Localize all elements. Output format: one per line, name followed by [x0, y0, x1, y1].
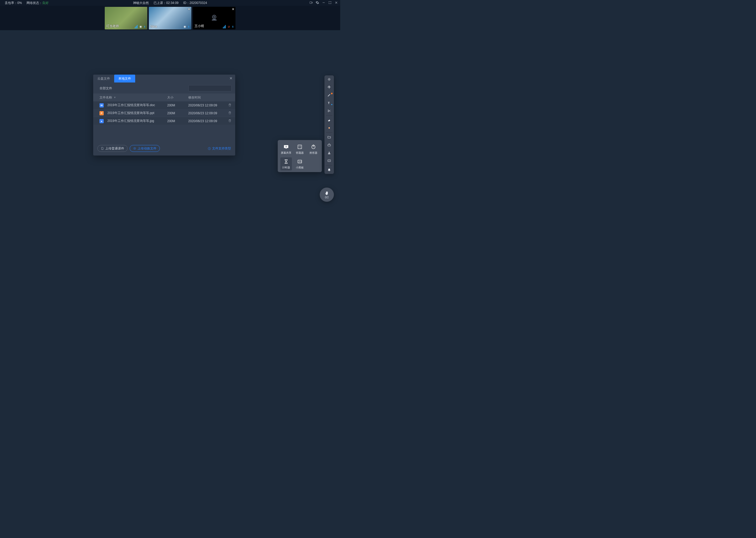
svg-text:2+3: 2+3 [299, 161, 301, 163]
svg-rect-0 [323, 2, 325, 3]
tool-screen-share[interactable]: 屏幕共享 [280, 143, 292, 156]
supported-types-link[interactable]: 文件支持类型 [208, 146, 231, 151]
tool-chat[interactable] [324, 157, 334, 165]
ppt-file-icon: P [100, 111, 104, 115]
delete-file-icon[interactable] [228, 112, 231, 115]
responder-icon [310, 144, 316, 150]
file-time: 2020/06/23 12:09:09 [188, 119, 224, 123]
tool-pen[interactable] [324, 91, 334, 99]
svg-point-32 [329, 152, 330, 153]
sort-caret-icon: ▼ [114, 96, 116, 99]
file-dialog: 云盘文件 本地文件 ✕ 全部文件 文件名称 ▼ 大小 修改时间 W 2019年工… [93, 75, 235, 155]
svg-rect-31 [328, 144, 331, 146]
svg-point-4 [184, 26, 186, 27]
network-status: 网络状态：良好 [26, 1, 49, 5]
file-size: 200M [167, 119, 188, 123]
all-files-label: 全部文件 [100, 86, 112, 91]
svg-rect-3 [144, 26, 145, 27]
svg-text:✕: ✕ [300, 147, 301, 149]
delete-file-icon[interactable] [228, 120, 231, 123]
file-name: 2019年工作汇报情况查询等等.jpg [107, 119, 154, 123]
play-icon [133, 147, 136, 150]
upload-normal-button[interactable]: 上传普通课件 [97, 145, 127, 152]
close-window-icon[interactable] [334, 1, 338, 5]
fullscreen-icon[interactable] [328, 1, 332, 5]
file-row[interactable]: W 2019年工作汇报情况查询等等.doc 200M 2020/06/23 12… [93, 101, 235, 109]
delete-file-icon[interactable] [228, 104, 231, 107]
tool-answer[interactable]: AB✓✕ 答题器 [294, 143, 306, 156]
video-strip: 叮当老师 ✕ Nina ✕ 王小明 [0, 6, 340, 30]
svg-rect-6 [188, 26, 189, 27]
dialog-tabs: 云盘文件 本地文件 ✕ [93, 75, 235, 82]
tab-cloud-files[interactable]: 云盘文件 [93, 75, 114, 82]
svg-text:✓: ✓ [299, 147, 300, 149]
tool-users[interactable] [324, 149, 334, 157]
hand-icon [324, 191, 329, 195]
svg-rect-17 [285, 148, 287, 149]
upload-animated-button[interactable]: 上传动效文件 [130, 145, 160, 152]
minimize-icon[interactable] [322, 1, 325, 5]
tab-local-files[interactable]: 本地文件 [114, 75, 135, 82]
svg-rect-14 [209, 148, 210, 149]
camera-toggle-icon[interactable] [309, 1, 313, 5]
elapsed-time: 已上课：02:34:09 [154, 1, 178, 5]
file-row[interactable]: ▲ 2019年工作汇报情况查询等等.jpg 200M 2020/06/23 12… [93, 117, 235, 125]
camera-muted-icon [227, 25, 230, 28]
side-toolbar: T [324, 76, 334, 174]
image-file-icon: ▲ [100, 119, 104, 123]
camera-on-icon [139, 25, 142, 28]
tool-move[interactable] [324, 83, 334, 91]
tool-scissors[interactable] [324, 107, 334, 115]
tool-responder[interactable]: 抢答器 [307, 143, 319, 156]
tool-eraser[interactable] [324, 116, 334, 124]
video-tile-teacher[interactable]: 叮当老师 [105, 7, 147, 29]
info-icon [208, 147, 211, 150]
file-time: 2020/06/23 12:09:09 [188, 111, 224, 115]
video-tile-student[interactable]: ✕ Nina [149, 7, 191, 29]
screen-share-icon [283, 144, 289, 150]
column-name[interactable]: 文件名称 ▼ [100, 95, 167, 100]
participant-name: 王小明 [195, 24, 204, 28]
class-title: 神秘大自然 [133, 1, 149, 5]
file-table-body: W 2019年工作汇报情况查询等等.doc 200M 2020/06/23 12… [93, 101, 235, 125]
tool-blackboard[interactable]: 2+3 小黑板 [294, 157, 306, 171]
raise-hand-badge[interactable]: 0/2 [320, 188, 334, 202]
svg-point-30 [328, 127, 330, 129]
svg-rect-10 [233, 26, 233, 27]
tool-toolbox[interactable] [324, 141, 334, 149]
table-header: 文件名称 ▼ 大小 修改时间 [93, 93, 235, 101]
close-video-icon[interactable]: ✕ [188, 7, 190, 11]
signal-bars-icon [223, 25, 226, 28]
tool-laser-pointer[interactable] [324, 76, 334, 83]
file-name: 2019年工作汇报情况查询等等.doc [107, 103, 155, 107]
tool-folder[interactable] [324, 133, 334, 141]
camera-on-icon [183, 25, 186, 28]
svg-text:A: A [299, 145, 300, 147]
signal-bars-icon [135, 25, 138, 28]
file-name: 2019年工作汇报情况查询等等.ppt [107, 111, 154, 115]
file-size: 200M [167, 103, 188, 107]
close-video-icon[interactable]: ✕ [232, 7, 234, 11]
packet-loss: 丢包率：0% [5, 1, 22, 5]
blackboard-icon: 2+3 [297, 159, 303, 164]
settings-icon[interactable] [315, 1, 319, 5]
tool-text[interactable]: T [324, 99, 334, 107]
session-id: ID：2020070324 [183, 1, 207, 5]
svg-point-29 [328, 111, 329, 112]
svg-point-26 [329, 79, 329, 80]
column-size[interactable]: 大小 [167, 95, 188, 100]
file-row[interactable]: P 2019年工作汇报情况查询等等.ppt 200M 2020/06/23 12… [93, 109, 235, 117]
timer-icon [283, 159, 289, 164]
video-tile-student[interactable]: ✕ 王小明 [193, 7, 235, 29]
svg-text:T: T [328, 101, 330, 105]
svg-point-1 [140, 26, 141, 27]
tool-bell[interactable] [324, 166, 334, 174]
file-time: 2020/06/23 12:09:09 [188, 103, 224, 107]
column-time[interactable]: 修改时间 [188, 95, 224, 100]
close-dialog-icon[interactable]: ✕ [229, 76, 233, 81]
tool-timer[interactable]: 计时器 [280, 157, 292, 171]
search-input[interactable] [188, 85, 231, 91]
svg-point-28 [328, 110, 329, 111]
tool-color[interactable] [324, 124, 334, 132]
file-size: 200M [167, 111, 188, 115]
